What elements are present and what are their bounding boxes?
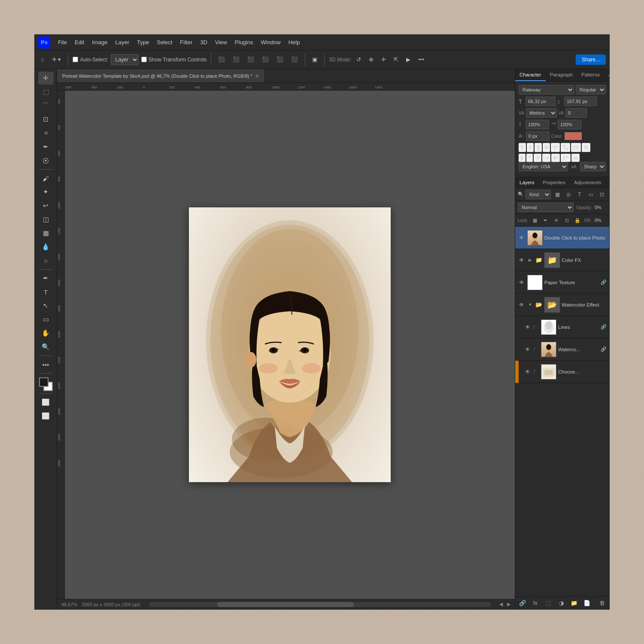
layer-eye-3[interactable]: 👁 xyxy=(518,279,526,286)
font-size-input[interactable] xyxy=(526,97,556,106)
canvas-viewport[interactable] xyxy=(65,91,515,599)
menu-select[interactable]: Select xyxy=(153,37,176,47)
move-tool-icon[interactable]: ✛ xyxy=(38,72,54,85)
color-swatches[interactable] xyxy=(39,377,53,391)
font-family-select[interactable]: Raleway xyxy=(519,85,574,94)
layer-eye-6[interactable]: 👁 xyxy=(524,346,532,353)
align-bottom-button[interactable]: ⬛ xyxy=(289,55,301,64)
more-options-button[interactable]: ••• xyxy=(416,55,427,64)
line-height-input[interactable] xyxy=(564,97,597,106)
distribute-button[interactable]: ▣ xyxy=(310,55,320,64)
swash-button[interactable]: 𝒮 xyxy=(534,154,541,162)
eraser-tool-icon[interactable]: ◫ xyxy=(38,213,54,226)
delete-layer-button[interactable]: 🗑 xyxy=(597,598,607,608)
filter-kind-select[interactable]: Kind xyxy=(526,190,551,199)
menu-help[interactable]: Help xyxy=(285,37,304,47)
move-tool-button[interactable]: ✛ ▾ xyxy=(49,55,64,64)
menu-plugins[interactable]: Plugins xyxy=(231,37,257,47)
menu-image[interactable]: Image xyxy=(88,37,111,47)
lasso-tool-icon[interactable]: ⌒ xyxy=(38,99,54,112)
layer-item-lines[interactable]: 👁 ƒ Lines 🔗 xyxy=(515,316,609,338)
menu-edit[interactable]: Edit xyxy=(71,37,88,47)
baseline-input[interactable] xyxy=(526,131,550,141)
zoom-tool-icon[interactable]: 🔍 xyxy=(38,340,54,353)
gradient-tool-icon[interactable]: ▦ xyxy=(38,227,54,240)
add-effect-button[interactable]: fx xyxy=(531,598,540,608)
align-top-button[interactable]: ⬛ xyxy=(259,55,271,64)
layers-tab[interactable]: Layers xyxy=(515,177,539,188)
tab-actions[interactable]: Actions xyxy=(604,69,609,81)
new-group-button[interactable]: 📁 xyxy=(569,598,579,608)
menu-type[interactable]: Type xyxy=(134,37,152,47)
italic-button[interactable]: T xyxy=(527,143,534,152)
smallcaps-button[interactable]: Tt xyxy=(582,143,590,152)
scroll-arrow-right[interactable]: ▶ xyxy=(507,601,510,607)
align-middle-button[interactable]: ⬛ xyxy=(274,55,286,64)
lock-all-btn[interactable]: 🔒 xyxy=(574,216,581,225)
lock-artboard-btn[interactable]: ⊡ xyxy=(563,216,571,225)
menu-window[interactable]: Window xyxy=(257,37,284,47)
show-transform-input[interactable] xyxy=(141,57,147,62)
layer-arrow-4[interactable]: ▼ xyxy=(527,302,533,308)
dodge-tool-icon[interactable]: ○ xyxy=(38,254,54,267)
layer-eye-5[interactable]: 👁 xyxy=(524,323,532,331)
layer-item-double-click[interactable]: 👁 Double Click to place P xyxy=(515,227,609,249)
3d-pan-button[interactable]: ⊕ xyxy=(366,55,376,64)
color-swatch[interactable] xyxy=(565,132,582,140)
tab-patterns[interactable]: Patterns xyxy=(577,69,604,81)
auto-select-checkbox[interactable]: Auto-Select: xyxy=(73,57,108,63)
lock-position-btn[interactable]: ✛ xyxy=(553,216,560,225)
brush-tool-icon[interactable]: 🖌 xyxy=(38,172,54,185)
menu-layer[interactable]: Layer xyxy=(112,37,133,47)
crop-tool-icon[interactable]: ⌗ xyxy=(38,127,54,140)
document-tab[interactable]: Portrait Watercolor Template by Sko4.psd… xyxy=(57,69,265,82)
layer-eye-4[interactable]: 👁 xyxy=(518,301,526,309)
3d-video-button[interactable]: ▶ xyxy=(404,55,413,64)
new-adjustment-button[interactable]: ◑ xyxy=(556,598,566,608)
3d-slide-button[interactable]: ✛ xyxy=(379,55,389,64)
lock-paint-btn[interactable]: ✒ xyxy=(542,216,550,225)
layers-list[interactable]: 👁 Double Click to place P xyxy=(515,227,609,596)
home-button[interactable]: ⌂ xyxy=(38,55,47,64)
adjustments-tab[interactable]: Adjustments xyxy=(570,177,605,188)
text-tool-icon[interactable]: T xyxy=(38,286,54,298)
auto-select-input[interactable] xyxy=(73,57,78,62)
lock-transparency-btn[interactable]: ▦ xyxy=(532,216,539,225)
menu-filter[interactable]: Filter xyxy=(176,37,196,47)
layer-item-waterco[interactable]: 👁 ƒ Waterco... � xyxy=(515,338,609,361)
extra-tools-icon[interactable]: ••• xyxy=(38,358,54,371)
foreground-color-swatch[interactable] xyxy=(39,377,49,387)
kerning-input[interactable] xyxy=(565,108,587,118)
layer-item-paper-texture[interactable]: 👁 Paper Texture 🔗 xyxy=(515,271,609,294)
blend-mode-select[interactable]: Normal xyxy=(518,203,574,212)
align-right-button[interactable]: ⬛ xyxy=(245,55,257,64)
3d-rotate-button[interactable]: ↺ xyxy=(354,55,364,64)
tab-paragraph[interactable]: Paragraph xyxy=(546,69,577,81)
screen-mode-icon[interactable]: ⬜ xyxy=(38,396,54,409)
hand-tool-icon[interactable]: ✋ xyxy=(38,327,54,340)
show-transform-checkbox[interactable]: Show Transform Controls xyxy=(141,57,207,63)
titling-button[interactable]: 𝒜 xyxy=(542,154,550,162)
allcaps-button[interactable]: TT xyxy=(571,143,581,152)
shape-tool-icon[interactable]: ▭ xyxy=(38,313,54,326)
superscript-button[interactable]: Ts xyxy=(551,143,560,152)
menu-3d[interactable]: 3D xyxy=(197,37,211,47)
scale-h-input[interactable] xyxy=(526,120,549,129)
tracking-select[interactable]: Metrics xyxy=(526,108,557,118)
add-mask-button[interactable]: ⬚ xyxy=(544,598,553,608)
align-left-button[interactable]: ⬛ xyxy=(216,55,228,64)
layer-item-choose[interactable]: 👁 ƒ Choose... xyxy=(515,361,609,383)
layer-item-color-fx[interactable]: 👁 ▶ 📁 📁 Color FX xyxy=(515,249,609,271)
menu-file[interactable]: File xyxy=(55,37,70,47)
filter-smart-btn[interactable]: ⊡ xyxy=(597,190,607,199)
path-selection-tool-icon[interactable]: ↖ xyxy=(38,299,54,312)
menu-view[interactable]: View xyxy=(212,37,231,47)
link-layers-button[interactable]: 🔗 xyxy=(518,598,527,608)
paths-tab[interactable]: Paths xyxy=(605,177,609,188)
ordinal-button[interactable]: ᵒ xyxy=(526,154,533,162)
layer-eye-1[interactable]: 👁 xyxy=(518,234,526,242)
clone-stamp-tool-icon[interactable]: ✦ xyxy=(38,185,54,198)
layer-item-watercolor-effect[interactable]: 👁 ▼ 📂 📂 Watercolor Effect xyxy=(515,294,609,316)
blur-tool-icon[interactable]: 💧 xyxy=(38,240,54,253)
layer-arrow-2[interactable]: ▶ xyxy=(527,257,533,263)
